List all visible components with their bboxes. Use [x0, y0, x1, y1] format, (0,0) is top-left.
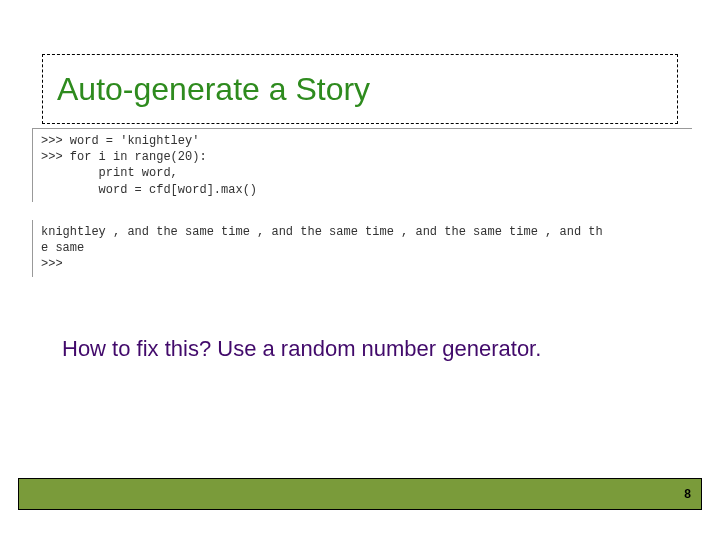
page-number: 8 — [684, 487, 691, 501]
footer-bar: 8 — [18, 478, 702, 510]
question-text: How to fix this? Use a random number gen… — [62, 336, 541, 362]
code-block: >>> word = 'knightley' >>> for i in rang… — [32, 128, 692, 202]
slide-title: Auto-generate a Story — [57, 71, 370, 108]
output-block: knightley , and the same time , and the … — [32, 220, 692, 277]
title-box: Auto-generate a Story — [42, 54, 678, 124]
